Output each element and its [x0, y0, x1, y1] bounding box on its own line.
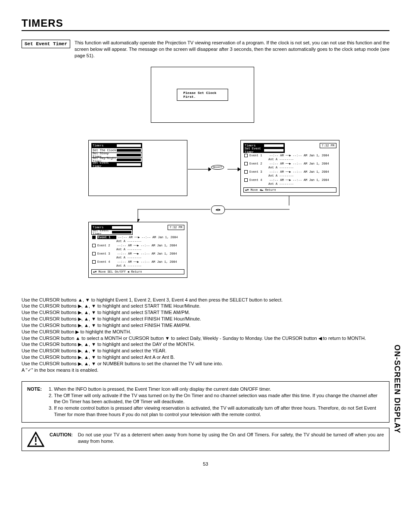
- warning-icon: [27, 432, 44, 447]
- arrow-line: [289, 196, 290, 205]
- page-number: 53: [22, 461, 389, 467]
- event-row: Event 3--:-- AM ──▶ --:-- AM Jan 1, 2004: [243, 170, 336, 174]
- checkbox-icon: [92, 236, 96, 239]
- screen-clock-warning: Please Set Clock First.: [151, 67, 254, 123]
- checkbox-icon: [244, 154, 248, 157]
- clock-display: 7:32 PM: [168, 225, 184, 230]
- event-row: Event 2--:-- AM ──▶ --:-- AM Jan 1, 2004: [91, 243, 184, 248]
- instruction-line: Use the CURSOR button ▲ to select a MONT…: [22, 335, 389, 342]
- menu-arrow-icon: [117, 144, 141, 147]
- checkbox-icon: [244, 162, 248, 165]
- menu-title: Timers: [93, 144, 117, 147]
- event-row: Event 4--:-- AM ──▶ --:-- AM Jan 1, 2004: [243, 178, 336, 182]
- arrow-line: [225, 209, 290, 210]
- checkbox-icon: [92, 252, 96, 255]
- instruction-line: Use the CURSOR buttons ▶, ▲, ▼ to highli…: [22, 322, 389, 329]
- event-sub: Ant A --------: [243, 166, 336, 170]
- clock-warning-text: Please Set Clock First.: [177, 89, 228, 101]
- caution-box: CAUTION: Do not use your TV as a deterre…: [22, 428, 389, 451]
- note-box: NOTE: When the INFO button is pressed, t…: [22, 381, 389, 423]
- screen-event-list: Timers Set Event Timer 7:32 PM Event 1--…: [240, 140, 339, 196]
- instruction-line: Use the CURSOR buttons ▲, ▼ to highlight…: [22, 297, 389, 303]
- arrow-icon: [188, 167, 211, 171]
- instruction-line: Use the CURSOR button ▶ to highlight the…: [22, 329, 389, 335]
- instruction-line: Use the CURSOR buttons ▶, ▲, ▼ to highli…: [22, 309, 389, 316]
- caution-text: Do not use your TV as a deterrent when a…: [78, 432, 384, 445]
- arrow-icon: [117, 159, 141, 161]
- screen-timers-menu: Timers Set The Clock Set Sleep Timer Set…: [88, 140, 187, 196]
- event-row: Event 4--:-- AM ──▶ --:-- AM Jan 1, 2004: [91, 260, 184, 264]
- instruction-line: Use the CURSOR buttons ▶, ▲, ▼ to highli…: [22, 303, 389, 309]
- arrow-icon: [112, 231, 131, 233]
- page-title: TIMERS: [22, 17, 389, 31]
- menu-subtitle: Set Event Timer: [245, 147, 264, 154]
- diagram-area: Please Set Clock First. Timers Set The C…: [22, 62, 389, 291]
- event-row: Event 1--:-- AM ──▶ --:-- AM Jan 1, 2004: [243, 153, 336, 158]
- instruction-line: A "✓" in the box means it is enabled.: [22, 367, 389, 373]
- event-row: Event 2--:-- AM ──▶ --:-- AM Jan 1, 2004: [243, 162, 336, 166]
- note-label: NOTE:: [27, 386, 42, 418]
- footer-hint: ▲▼ Move SEL On/Off ◀ Return: [91, 269, 184, 274]
- event-sub: Ant A --------: [243, 174, 336, 178]
- side-tab: ON-SCREEN DISPLAY: [392, 345, 402, 433]
- section-label: Set Event Timer: [22, 40, 70, 48]
- instruction-line: Use the CURSOR buttons ▶, ▲, ▼ to highli…: [22, 354, 389, 361]
- checkbox-icon: [244, 178, 248, 182]
- checkbox-icon: [92, 244, 96, 247]
- footer-hint: ▲▼ Move ◀▬ Return: [243, 187, 336, 193]
- arrow-icon: [137, 209, 142, 222]
- instruction-line: Use the CURSOR buttons ▶, ▲, ▼ to highli…: [22, 316, 389, 322]
- event-sub: Ant A --------: [91, 240, 184, 243]
- event-row: Event 3--:-- AM ──▶ --:-- AM Jan 1, 2004: [91, 252, 184, 256]
- caution-label: CAUTION:: [50, 432, 73, 438]
- event-sub: Ant A --------: [91, 256, 184, 260]
- clock-display: 7:32 PM: [320, 143, 336, 148]
- event-sub: Ant A --------: [91, 264, 184, 268]
- arrow-icon: [117, 163, 141, 166]
- menu-item-selected: Set Event Timer: [93, 161, 117, 168]
- svg-marker-1: [209, 168, 211, 171]
- instruction-line: Use the CURSOR buttons ▶, ▲, ▼ to highli…: [22, 348, 389, 354]
- select-button-icon: SELECT: [211, 165, 224, 170]
- arrow-icon: [264, 149, 283, 152]
- event-sub: Ant A --------: [243, 182, 336, 186]
- instructions-block: Use the CURSOR buttons ▲, ▼ to highlight…: [22, 297, 389, 373]
- checkbox-icon: [244, 170, 248, 174]
- cursor-pad-icon: ◀ ▶: [211, 205, 225, 214]
- screen-event-detail: Timers Set Event Timer 7:32 PM Event 1--…: [88, 222, 187, 278]
- instruction-line: Use the CURSOR buttons ▶, ▲, ▼ to highli…: [22, 341, 389, 348]
- arrow-icon: [227, 167, 240, 171]
- menu-subtitle: Set Event Timer: [93, 229, 112, 236]
- event-row-selected: Event 1--:-- AM ──▶ --:-- AM Jan 1, 2004: [91, 235, 184, 240]
- arrow-icon: [264, 144, 283, 147]
- event-sub: Ant A --------: [91, 248, 184, 252]
- intro-paragraph: This function will automatically operate…: [75, 40, 389, 59]
- svg-point-11: [35, 443, 37, 445]
- arrow-icon: [112, 226, 131, 229]
- note-item: The Off Timer will only activate if the …: [54, 392, 384, 405]
- arrow-icon: [117, 154, 141, 156]
- note-item: When the INFO button is pressed, the Eve…: [54, 386, 384, 392]
- event-sub: Ant A --------: [243, 158, 336, 162]
- note-item: If no remote control button is pressed a…: [54, 405, 384, 418]
- arrow-icon: [117, 149, 141, 152]
- instruction-line: Use the CURSOR buttons ▶, ▲, ▼ or NUMBER…: [22, 361, 389, 367]
- arrow-line: [138, 209, 210, 210]
- checkbox-icon: [92, 260, 96, 264]
